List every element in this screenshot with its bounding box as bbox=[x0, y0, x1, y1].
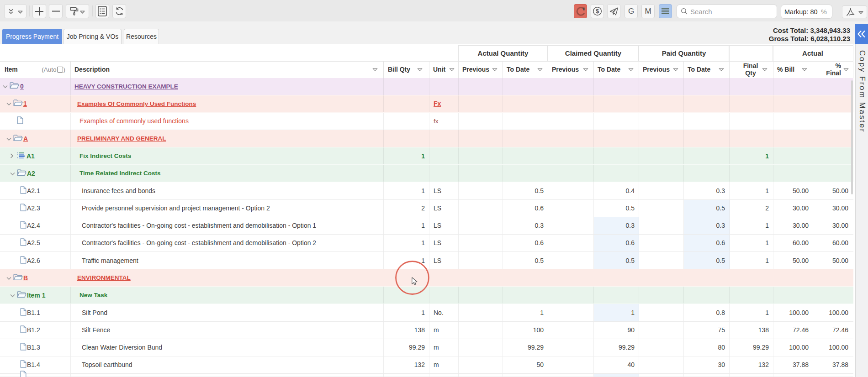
svg-text:$: $ bbox=[596, 8, 599, 15]
